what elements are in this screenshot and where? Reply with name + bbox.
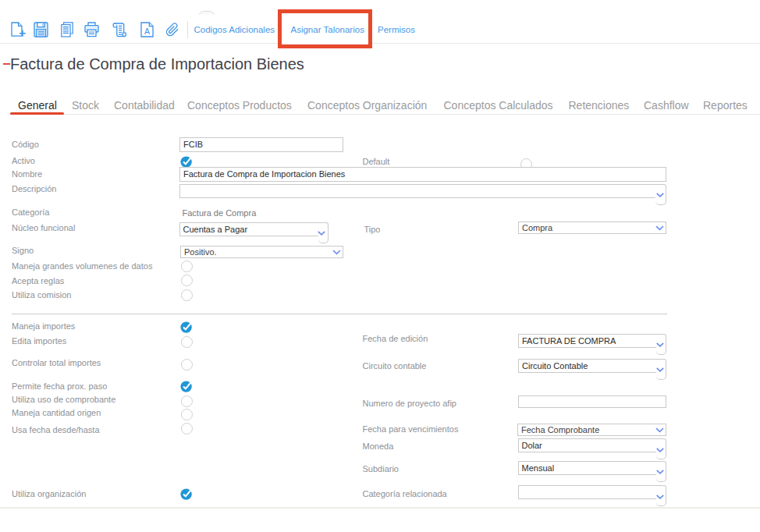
svg-text:A: A bbox=[144, 27, 149, 36]
